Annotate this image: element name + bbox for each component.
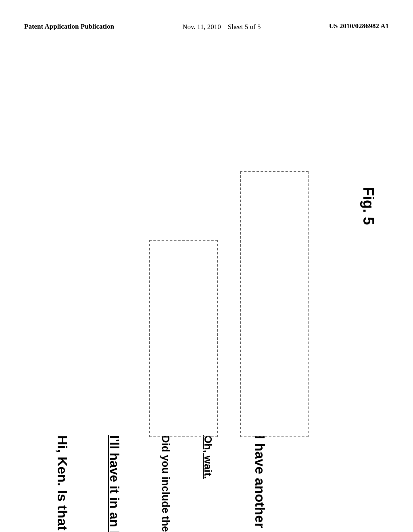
patent-number-label: US 2010/0286982 A1 <box>329 22 389 30</box>
date-sheet-label: Nov. 11, 2010 Sheet 5 of 5 <box>182 22 261 32</box>
figure-label: Fig. 5 <box>360 187 377 225</box>
sheet-label: Sheet 5 of 5 <box>228 23 261 31</box>
message-3: Did you include the Whynot account? <box>159 435 172 532</box>
patent-application-label: Patent Application Publication <box>24 22 114 31</box>
page: Patent Application Publication Nov. 11, … <box>0 0 413 532</box>
dashed-box-2 <box>240 171 309 437</box>
message-1: Hi, Ken. Is that report done? <box>54 435 70 532</box>
message-2: I'll have it in an hour. <box>107 435 122 532</box>
date-label: Nov. 11, 2010 <box>182 23 226 31</box>
message-4: Oh, wait. <box>202 435 214 479</box>
page-header: Patent Application Publication Nov. 11, … <box>0 22 413 32</box>
figure-5-diagram: Hi, Ken. Is that report done? I'll have … <box>16 60 395 484</box>
dashed-box-1 <box>149 240 218 437</box>
message-5: I have another call <box>252 435 268 532</box>
